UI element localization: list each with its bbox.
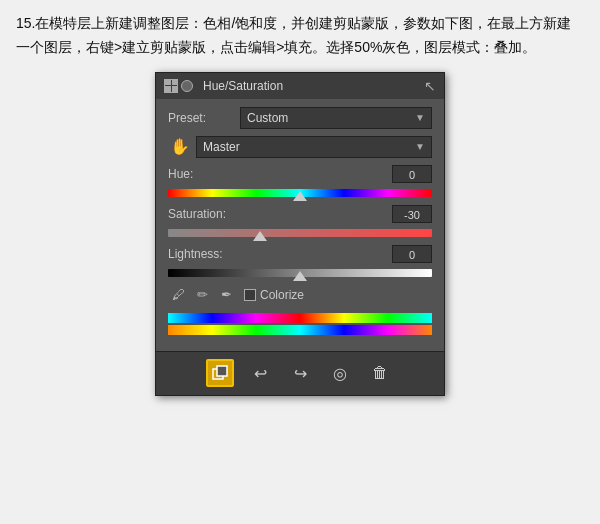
master-arrow-icon: ▼ xyxy=(415,141,425,152)
hue-slider[interactable] xyxy=(168,185,432,201)
page-wrapper: 15.在模特层上新建调整图层：色相/饱和度，并创建剪贴蒙版，参数如下图，在最上方… xyxy=(0,0,600,524)
remove-sample-tool[interactable]: ✒ xyxy=(216,285,236,305)
hand-icon: ✋ xyxy=(168,135,192,159)
bottom-toolbar: ↩ ↪ ◎ 🗑 xyxy=(156,351,444,395)
paragraph: 15.在模特层上新建调整图层：色相/饱和度，并创建剪贴蒙版，参数如下图，在最上方… xyxy=(16,15,571,55)
dialog-title: Hue/Saturation xyxy=(203,79,283,93)
footer-spacer xyxy=(0,514,600,524)
undo-button[interactable]: ↩ xyxy=(246,359,274,387)
eyedropper-tool[interactable]: 🖊 xyxy=(168,285,188,305)
svg-rect-1 xyxy=(217,366,227,376)
lightness-value[interactable]: 0 xyxy=(392,245,432,263)
hue-label: Hue: xyxy=(168,167,240,181)
hue-saturation-dialog: Hue/Saturation ↖ Preset: Custom ▼ ✋ xyxy=(155,72,445,396)
saturation-label-row: Saturation: -30 xyxy=(168,205,432,223)
clip-layer-icon xyxy=(211,364,229,382)
lightness-section: Lightness: 0 xyxy=(168,245,432,281)
visibility-button[interactable]: ◎ xyxy=(326,359,354,387)
colorize-checkbox[interactable] xyxy=(244,289,256,301)
master-select[interactable]: Master ▼ xyxy=(196,136,432,158)
tools-row: 🖊 ✏ ✒ Colorize xyxy=(168,285,432,305)
saturation-label: Saturation: xyxy=(168,207,240,221)
lightness-thumb xyxy=(293,271,307,281)
saturation-value[interactable]: -30 xyxy=(392,205,432,223)
dialog-backdrop: Hue/Saturation ↖ Preset: Custom ▼ ✋ xyxy=(0,68,600,514)
redo-button[interactable]: ↪ xyxy=(286,359,314,387)
lightness-label-row: Lightness: 0 xyxy=(168,245,432,263)
hue-value[interactable]: 0 xyxy=(392,165,432,183)
instruction-text: 15.在模特层上新建调整图层：色相/饱和度，并创建剪贴蒙版，参数如下图，在最上方… xyxy=(0,0,600,68)
master-row: ✋ Master ▼ xyxy=(168,135,432,159)
hue-thumb xyxy=(293,191,307,201)
saturation-thumb xyxy=(253,231,267,241)
preset-select[interactable]: Custom ▼ xyxy=(240,107,432,129)
lightness-slider[interactable] xyxy=(168,265,432,281)
title-icons xyxy=(164,79,193,93)
cursor-icon: ↖ xyxy=(424,78,436,94)
rainbow-bar-bottom xyxy=(168,325,432,335)
colorize-option: Colorize xyxy=(244,288,304,302)
lightness-label: Lightness: xyxy=(168,247,240,261)
saturation-section: Saturation: -30 xyxy=(168,205,432,241)
preset-value: Custom xyxy=(247,111,288,125)
circle-icon xyxy=(181,80,193,92)
dialog-titlebar: Hue/Saturation ↖ xyxy=(156,73,444,99)
rainbow-bar-top xyxy=(168,313,432,323)
saturation-track xyxy=(168,229,432,237)
hue-label-row: Hue: 0 xyxy=(168,165,432,183)
master-value: Master xyxy=(203,140,240,154)
preset-arrow-icon: ▼ xyxy=(415,112,425,123)
grid-icon xyxy=(164,79,178,93)
color-bars xyxy=(168,313,432,335)
hue-section: Hue: 0 xyxy=(168,165,432,201)
preset-label: Preset: xyxy=(168,111,240,125)
clip-layer-button[interactable] xyxy=(206,359,234,387)
add-sample-tool[interactable]: ✏ xyxy=(192,285,212,305)
dialog-body: Preset: Custom ▼ ✋ Master ▼ xyxy=(156,99,444,351)
colorize-label: Colorize xyxy=(260,288,304,302)
preset-row: Preset: Custom ▼ xyxy=(168,107,432,129)
delete-button[interactable]: 🗑 xyxy=(366,359,394,387)
saturation-slider[interactable] xyxy=(168,225,432,241)
